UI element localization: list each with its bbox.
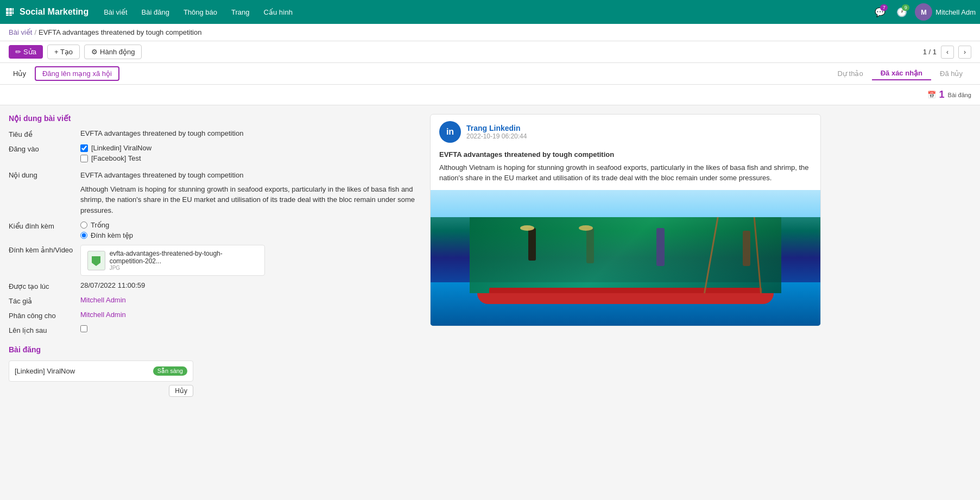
breadcrumb-current: EVFTA advantages threatened by tough com…: [39, 28, 201, 36]
radio-trong-input[interactable]: [80, 221, 87, 229]
attachment-box[interactable]: evfta-advantages-threatened-by-tough-com…: [80, 245, 265, 276]
checkbox-facebook[interactable]: [Facebook] Test: [80, 154, 421, 162]
menu-bai-viet[interactable]: Bài viết: [97, 6, 134, 18]
prev-arrow[interactable]: ‹: [941, 46, 954, 59]
svg-rect-0: [6, 8, 9, 11]
checkbox-linkedin-label: [Linkedin] ViralNow: [91, 144, 151, 152]
radio-dinh-kem-tep[interactable]: Đính kèm tệp: [80, 231, 133, 239]
tieu-de-label: Tiêu đề: [9, 129, 74, 138]
grid-icon[interactable]: [4, 7, 15, 17]
menu-cau-hinh[interactable]: Cấu hình: [257, 6, 300, 18]
ready-badge: Sẵn sàng: [153, 366, 187, 376]
attachment-info: evfta-advantages-threatened-by-tough-com…: [110, 250, 258, 271]
field-kieu-dinh-kem: Kiểu đính kèm Trống Đính kèm tệp: [9, 221, 421, 239]
svg-rect-3: [6, 11, 9, 14]
menu-trang[interactable]: Trang: [225, 6, 256, 18]
activity-icon-button[interactable]: 🕐 9: [893, 3, 911, 21]
field-phan-cong: Phân công cho Mitchell Admin: [9, 311, 421, 320]
top-menu: Bài viết Bài đăng Thông báo Trang Cấu hì…: [97, 6, 869, 18]
posts-count: 1: [939, 89, 945, 100]
radio-dinh-kem-input[interactable]: [80, 232, 87, 239]
field-dinh-kem: Đính kèm ảnh/Video evfta-advantages-thre…: [9, 245, 421, 276]
status-draft[interactable]: Dự thảo: [829, 67, 872, 80]
calendar-posts-button[interactable]: 📅 1 Bài đăng: [927, 89, 971, 100]
svg-rect-4: [9, 11, 12, 14]
posts-label: Bài đăng: [948, 92, 971, 98]
svg-marker-9: [92, 263, 100, 266]
phan-cong-value[interactable]: Mitchell Admin: [80, 311, 421, 319]
next-arrow[interactable]: ›: [958, 46, 971, 59]
linkedin-post-date: 2022-10-19 06:20:44: [466, 132, 527, 140]
app-brand: Social Marketing: [20, 7, 88, 17]
dang-vao-checkboxes: [Linkedin] ViralNow [Facebook] Test: [80, 144, 421, 164]
menu-thong-bao[interactable]: Thông báo: [177, 6, 224, 18]
page-info: 1 / 1: [923, 48, 937, 56]
breadcrumb-parent[interactable]: Bài viết: [9, 28, 32, 36]
activity-badge: 9: [902, 4, 909, 11]
field-dang-vao: Đăng vào [Linkedin] ViralNow [Facebook] …: [9, 144, 421, 164]
dang-vao-label: Đăng vào: [9, 144, 74, 153]
create-button[interactable]: + Tạo: [47, 45, 80, 59]
kieu-dinh-kem-label: Kiểu đính kèm: [9, 221, 74, 230]
post-cancel-button[interactable]: Hủy: [169, 385, 193, 397]
linkedin-page-info: Trang Linkedin 2022-10-19 06:20:44: [466, 124, 527, 140]
pencil-icon: ✏: [15, 48, 21, 56]
left-panel: Nội dung bài viết Tiêu đề EVFTA advantag…: [9, 114, 421, 488]
user-avatar-button[interactable]: M Mitchell Adm: [915, 3, 976, 21]
cancel-button[interactable]: Hủy: [9, 67, 30, 80]
field-noi-dung: Nội dung EVFTA advantages threatened by …: [9, 170, 421, 216]
topnav-right: 💬 7 🕐 9 M Mitchell Adm: [871, 3, 976, 21]
field-len-lich: Lên lịch sau: [9, 325, 421, 334]
svg-rect-7: [9, 15, 12, 16]
noi-dung-label: Nội dung: [9, 170, 74, 179]
action-dropdown-button[interactable]: ⚙ Hành động: [84, 45, 142, 59]
svg-rect-5: [12, 11, 14, 14]
checkbox-linkedin-input[interactable]: [80, 144, 88, 152]
svg-rect-8: [92, 256, 100, 263]
noi-dung-line2: Although Vietnam is hoping for stunning …: [80, 184, 421, 216]
bai-dang-section: Bài đăng [Linkedin] ViralNow Sẵn sàng Hủ…: [9, 345, 421, 397]
breadcrumb: Bài viết / EVFTA advantages threatened b…: [0, 24, 980, 41]
dinh-kem-label: Đính kèm ảnh/Video: [9, 245, 74, 254]
radio-trong[interactable]: Trống: [80, 221, 133, 229]
linkedin-preview-text: Although Vietnam is hoping for stunning …: [439, 162, 812, 183]
menu-bai-dang[interactable]: Bài đăng: [135, 6, 176, 18]
chat-icon-button[interactable]: 💬 7: [871, 3, 889, 21]
radio-dinh-kem-label: Đính kèm tệp: [91, 231, 133, 239]
linkedin-post-name: [Linkedin] ViralNow: [15, 367, 75, 375]
linkedin-preview-title: EVFTA advantages threatened by tough com…: [439, 149, 812, 160]
linkedin-preview-header: in Trang Linkedin 2022-10-19 06:20:44: [431, 115, 820, 149]
boat-hull: [477, 293, 774, 304]
attachment-ext: JPG: [110, 265, 258, 271]
svg-rect-2: [12, 8, 14, 11]
phan-cong-label: Phân công cho: [9, 311, 74, 320]
top-navigation: Social Marketing Bài viết Bài đăng Thông…: [0, 0, 980, 24]
status-cancelled[interactable]: Đã hủy: [931, 67, 971, 80]
attachment-name: evfta-advantages-threatened-by-tough-com…: [110, 250, 258, 265]
post-to-social-button[interactable]: Đăng lên mạng xã hội: [35, 66, 119, 81]
figure-2: [586, 228, 594, 263]
linkedin-preview-body: EVFTA advantages threatened by tough com…: [431, 149, 820, 190]
edit-button[interactable]: ✏ Sửa: [9, 45, 43, 59]
len-lich-label: Lên lịch sau: [9, 325, 74, 334]
checkbox-facebook-input[interactable]: [80, 155, 88, 162]
tac-gia-value[interactable]: Mitchell Admin: [80, 296, 421, 304]
hat-1: [520, 225, 534, 231]
figure-4: [743, 231, 750, 266]
calendar-icon: 📅: [927, 91, 936, 99]
chat-badge: 7: [880, 4, 888, 11]
field-tac-gia: Tác giả Mitchell Admin: [9, 296, 421, 305]
noi-dung-line1: EVFTA advantages threatened by tough com…: [80, 170, 421, 181]
status-steps: Dự thảo Đã xác nhận Đã hủy: [829, 67, 971, 80]
form-section-title: Nội dung bài viết: [9, 114, 421, 123]
attachment-thumbnail: [87, 251, 105, 270]
svg-rect-1: [9, 8, 12, 11]
checkbox-linkedin[interactable]: [Linkedin] ViralNow: [80, 144, 421, 152]
breadcrumb-separator: /: [34, 28, 36, 36]
figure-3: [656, 228, 665, 266]
status-confirmed[interactable]: Đã xác nhận: [872, 67, 931, 80]
tieu-de-value: EVFTA advantages threatened by tough com…: [80, 129, 421, 137]
svg-rect-6: [6, 15, 9, 16]
len-lich-checkbox[interactable]: [80, 325, 87, 332]
fishing-scene-bg: [431, 190, 820, 326]
